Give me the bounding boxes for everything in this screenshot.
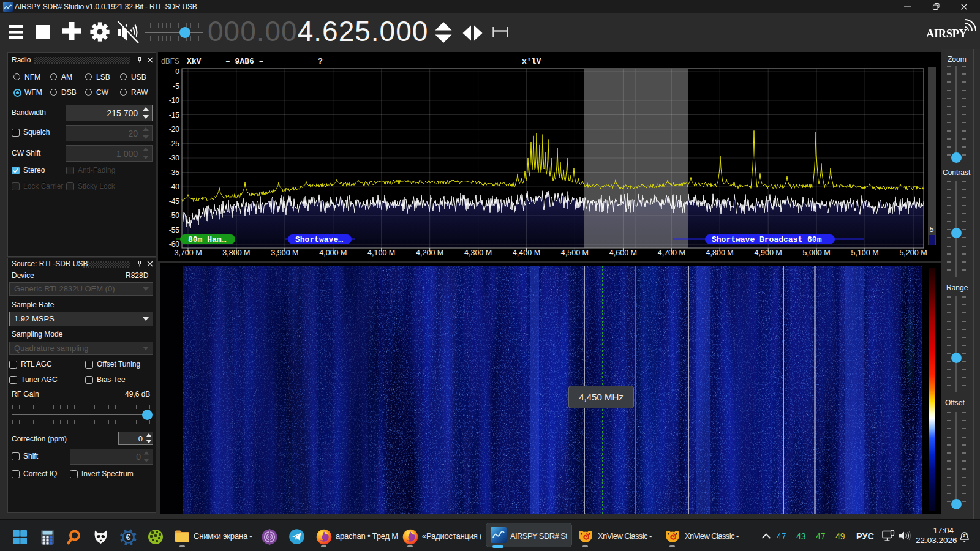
svg-text:5,200 M: 5,200 M (899, 249, 927, 257)
svg-text:dBFS: dBFS (161, 57, 179, 66)
svg-text:– 9AB6 –: – 9AB6 – (225, 57, 263, 66)
svg-text:0: 0 (175, 67, 179, 76)
svg-text:-10: -10 (169, 96, 180, 105)
svg-text:4,400 M: 4,400 M (513, 249, 540, 257)
svg-text:Shortwave…: Shortwave… (295, 235, 343, 244)
svg-text:Shortwave Broadcast 60m: Shortwave Broadcast 60m (712, 235, 822, 244)
svg-text:4,100 M: 4,100 M (368, 249, 395, 257)
svg-text:-60: -60 (169, 240, 180, 249)
svg-text:4,600 M: 4,600 M (609, 249, 637, 257)
svg-text:4,500 M: 4,500 M (561, 249, 589, 257)
svg-text:z: z (963, 533, 965, 538)
svg-text:3,700 M: 3,700 M (174, 249, 202, 257)
svg-text:-40: -40 (169, 182, 180, 191)
svg-text:80m Ham…: 80m Ham… (188, 235, 227, 244)
svg-text:-35: -35 (169, 168, 180, 177)
svg-text:4,700 M: 4,700 M (658, 249, 685, 257)
svg-text:5,000 M: 5,000 M (803, 249, 831, 257)
svg-text:-20: -20 (169, 125, 180, 133)
svg-text:3,900 M: 3,900 M (271, 249, 298, 257)
svg-text:4,900 M: 4,900 M (755, 249, 782, 257)
svg-text:4,800 M: 4,800 M (706, 249, 734, 257)
svg-text:5,100 M: 5,100 M (851, 249, 878, 257)
svg-text:?: ? (318, 57, 323, 66)
svg-text:-45: -45 (169, 197, 180, 206)
svg-text:3,800 M: 3,800 M (222, 249, 250, 257)
svg-text:z: z (966, 532, 968, 536)
svg-text:-15: -15 (169, 111, 180, 119)
svg-text:€: € (126, 532, 131, 542)
svg-text:4,200 M: 4,200 M (416, 249, 443, 257)
svg-text:XkV: XkV (187, 57, 202, 66)
svg-text:-50: -50 (169, 211, 180, 220)
svg-text:4,000 M: 4,000 M (319, 249, 347, 257)
svg-text:5: 5 (930, 225, 934, 234)
svg-text:-5: -5 (173, 82, 179, 91)
svg-text:-55: -55 (169, 226, 180, 234)
svg-text:4,300 M: 4,300 M (464, 249, 492, 257)
svg-text:x'lV: x'lV (522, 57, 541, 66)
svg-text:-30: -30 (169, 154, 180, 162)
svg-text:-25: -25 (169, 140, 180, 148)
